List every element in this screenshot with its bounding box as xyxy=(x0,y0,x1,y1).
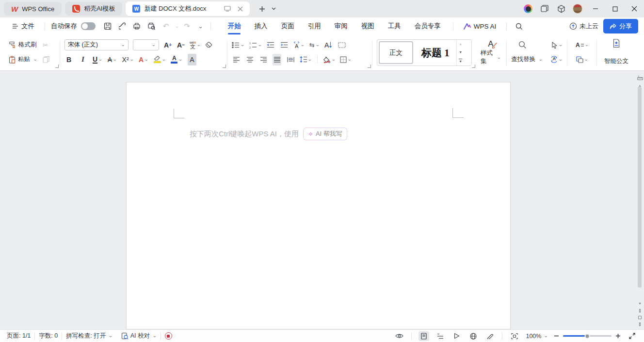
redo-icon[interactable]: ↷ xyxy=(181,20,193,33)
vertical-scrollbar[interactable]: ▲ ▼ ▲▲ ▼▼ xyxy=(636,71,644,329)
clear-format-eraser-icon[interactable] xyxy=(205,39,213,51)
page-count[interactable]: 页面: 1/1 xyxy=(7,332,31,340)
share-button[interactable]: 分享 xyxy=(603,19,638,33)
highlight-color-button[interactable]: ⌄ xyxy=(154,54,166,65)
style-heading-1[interactable]: 标题 1 xyxy=(415,40,456,65)
increase-indent-button[interactable] xyxy=(280,39,289,51)
decrease-indent-button[interactable] xyxy=(266,39,275,51)
align-left-button[interactable] xyxy=(232,54,241,65)
text-direction-button[interactable]: ⇆⌄ xyxy=(309,39,319,51)
autosave-control[interactable]: 自动保存 xyxy=(51,22,96,31)
word-count[interactable]: 字数: 0 xyxy=(39,332,58,340)
select-browse-object-icon[interactable] xyxy=(638,316,642,319)
shading-color-button[interactable]: ⌄ xyxy=(323,54,336,65)
tab-list-chevron-icon[interactable] xyxy=(269,4,278,14)
character-shading-button[interactable]: A xyxy=(188,54,196,65)
minimize-button[interactable] xyxy=(586,0,605,17)
align-right-button[interactable] xyxy=(259,54,268,65)
italic-button[interactable]: I xyxy=(79,54,87,65)
tab-document[interactable]: W 新建 DOCX 文档.docx xyxy=(126,1,250,16)
scroll-down-arrow-icon[interactable]: ▼ xyxy=(636,301,644,305)
menu-tab-home[interactable]: 开始 xyxy=(222,19,247,33)
format-painter-button[interactable]: 格式刷 xyxy=(9,41,37,49)
document-page[interactable]: 按下两次Ctrl键唤起WPS AI，使用 ✧ AI 帮我写 xyxy=(126,82,511,329)
sort-button[interactable]: A xyxy=(324,39,333,51)
eye-protection-icon[interactable] xyxy=(394,331,404,341)
clipboard-dialog-launcher[interactable] xyxy=(55,65,59,68)
new-tab-button[interactable] xyxy=(257,4,267,14)
show-gridlines-button[interactable] xyxy=(338,39,346,51)
screen-cast-icon[interactable] xyxy=(223,4,232,14)
ruler-toggle-icon[interactable] xyxy=(636,74,644,81)
ai-proofread-button[interactable]: AI 校对 ⌄ xyxy=(121,332,157,340)
text-effects-button[interactable]: A⌄ xyxy=(139,54,148,65)
gallery-scroll-up-icon[interactable]: ▲ xyxy=(459,42,462,46)
zoom-out-icon[interactable] xyxy=(554,333,559,339)
gallery-more-icon[interactable]: ▼ xyxy=(459,59,462,63)
undo-chevron-icon[interactable]: ⌄ xyxy=(175,24,179,29)
web-layout-globe-icon[interactable] xyxy=(468,331,479,341)
cloud-sync-status[interactable]: 未上云 xyxy=(569,22,598,31)
zoom-in-icon[interactable] xyxy=(615,333,621,339)
font-color-button[interactable]: A ⌄ xyxy=(171,54,182,65)
paste-button[interactable]: 粘贴 ⌄ xyxy=(9,55,37,64)
print-icon[interactable] xyxy=(130,20,143,33)
numbered-list-button[interactable]: 12 ⌄ xyxy=(249,39,262,51)
ai-assistant-icon[interactable] xyxy=(520,0,536,17)
previous-page-icon[interactable]: ▲▲ xyxy=(638,309,642,312)
smart-official-doc-button[interactable]: 智能公文 xyxy=(603,38,629,66)
fullscreen-icon[interactable] xyxy=(627,331,637,341)
user-avatar[interactable] xyxy=(569,0,586,17)
zoom-slider-track[interactable] xyxy=(563,335,612,337)
menu-tab-membership[interactable]: 会员专享 xyxy=(408,19,447,33)
increase-font-size-button[interactable]: A+ xyxy=(163,39,172,51)
outline-view-button[interactable] xyxy=(435,331,446,341)
decrease-font-size-button[interactable]: A− xyxy=(177,39,185,51)
styles-dialog-launcher[interactable] xyxy=(472,65,475,68)
borders-button[interactable]: ⌄ xyxy=(340,54,352,65)
select-cursor-button[interactable]: ⌄ xyxy=(551,39,563,51)
align-center-button[interactable] xyxy=(245,54,254,65)
file-menu[interactable]: 文件 xyxy=(8,19,39,33)
undo-icon[interactable]: ↶ xyxy=(160,20,172,33)
tab-wps-office[interactable]: W WPS Office xyxy=(4,2,62,16)
scrollbar-thumb[interactable] xyxy=(638,86,642,288)
app-center-cube-icon[interactable] xyxy=(553,0,569,17)
ink-pen-icon[interactable] xyxy=(484,331,495,341)
export-pdf-icon[interactable] xyxy=(116,20,129,33)
menu-tab-reference[interactable]: 引用 xyxy=(302,19,327,33)
find-replace-button[interactable]: 查找替换 ⌄ xyxy=(511,55,543,64)
gallery-scroll-down-icon[interactable]: ▼ xyxy=(459,50,462,54)
print-preview-icon[interactable] xyxy=(145,20,158,33)
paragraph-dialog-launcher[interactable] xyxy=(368,65,371,68)
font-size-select[interactable]: ⌄ xyxy=(133,39,159,50)
zoom-level-select[interactable]: 100% ⌄ xyxy=(526,333,548,340)
style-normal[interactable]: 正文 xyxy=(379,41,413,64)
next-page-icon[interactable]: ▼▼ xyxy=(638,323,642,326)
pinyin-guide-button[interactable]: wén文 ⌄ xyxy=(190,39,200,51)
menu-tab-view[interactable]: 视图 xyxy=(355,19,381,33)
bullet-list-button[interactable]: ⌄ xyxy=(232,39,244,51)
style-set-button[interactable]: A 样式集⌄ xyxy=(480,38,502,66)
text-typesetting-button[interactable]: A ⌄ xyxy=(576,39,589,51)
strikethrough-button[interactable]: A⌄ xyxy=(108,54,117,65)
menu-tab-tools[interactable]: 工具 xyxy=(382,19,407,33)
autosave-toggle[interactable] xyxy=(81,22,96,30)
ai-write-for-me-button[interactable]: ✧ AI 帮我写 xyxy=(303,128,347,140)
save-icon[interactable] xyxy=(101,20,114,33)
character-scale-button[interactable]: A ⌄ xyxy=(293,39,305,51)
zoom-slider-knob[interactable] xyxy=(585,333,590,339)
line-spacing-button[interactable]: ⌄ xyxy=(300,54,312,65)
selection-pane-button[interactable]: ⌄ xyxy=(576,54,588,65)
quick-toolbar-chevron-icon[interactable]: ⌄ xyxy=(198,24,203,29)
translate-button[interactable]: A ⌄ xyxy=(550,54,563,65)
wps-ai-menu[interactable]: WPS AI xyxy=(459,20,501,33)
maximize-button[interactable] xyxy=(605,0,625,17)
menu-tab-review[interactable]: 审阅 xyxy=(328,19,354,33)
copy-icon[interactable] xyxy=(42,54,50,65)
superscript-button[interactable]: X²⌄ xyxy=(122,54,134,65)
distribute-text-button[interactable] xyxy=(286,54,295,65)
menu-tab-page[interactable]: 页面 xyxy=(275,19,301,33)
page-view-button[interactable] xyxy=(419,331,429,341)
stop-recording-button[interactable] xyxy=(165,332,172,340)
